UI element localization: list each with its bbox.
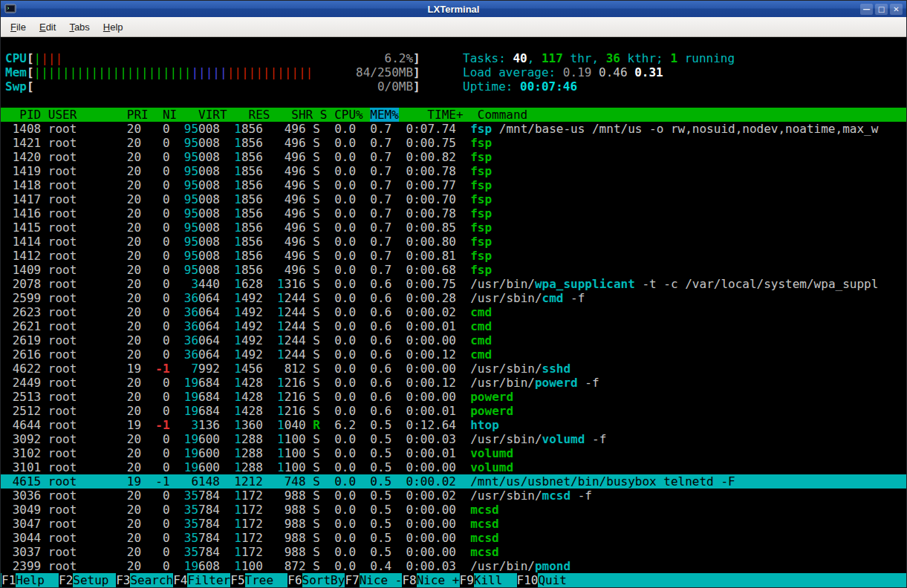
- close-button[interactable]: ✕: [890, 4, 903, 15]
- process-row-3044[interactable]: 3044 root 20 0 35784 1172 988 S 0.0 0.5 …: [1, 531, 906, 545]
- priority-cell: 19: [120, 418, 149, 432]
- process-row-3092[interactable]: 3092 root 20 0 19600 1288 1100 S 0.0 0.5…: [1, 432, 906, 446]
- maximize-button[interactable]: □: [875, 4, 888, 15]
- process-row-2078[interactable]: 2078 root 20 0 3440 1628 1316 S 0.0 0.6 …: [1, 277, 906, 291]
- lxterminal-window: LXTerminal —□✕ FileEditTabsHelp CPU[||||…: [0, 0, 907, 588]
- process-row-2619[interactable]: 2619 root 20 0 36064 1492 1244 S 0.0 0.6…: [1, 333, 906, 347]
- column-header-time[interactable]: TIME+: [406, 108, 477, 122]
- menu-edit[interactable]: Edit: [33, 19, 62, 36]
- process-row-1415[interactable]: 1415 root 20 0 95008 1856 496 S 0.0 0.7 …: [1, 220, 906, 235]
- process-row-1408[interactable]: 1408 root 20 0 95008 1856 496 S 0.0 0.7 …: [1, 122, 906, 136]
- fkey-f9-kill[interactable]: F9Kill: [460, 573, 517, 587]
- column-header-mem[interactable]: MEM%: [370, 108, 399, 122]
- process-row-2399[interactable]: 2399 root 20 0 19608 1100 872 S 0.0 0.4 …: [1, 559, 906, 573]
- process-row-2599[interactable]: 2599 root 20 0 36064 1492 1244 S 0.0 0.6…: [1, 291, 906, 305]
- fkey-f5-tree[interactable]: F5Tree: [230, 573, 287, 587]
- time-cell: 0:00.02: [399, 305, 470, 319]
- shr-cell: 1216: [270, 376, 313, 390]
- time-cell: 0:00.00: [399, 362, 470, 376]
- pid-cell: 2623: [5, 305, 48, 319]
- res-cell: 1492: [227, 347, 270, 362]
- fkey-f6-sortby[interactable]: F6SortBy: [287, 573, 345, 587]
- process-row-2513[interactable]: 2513 root 20 0 19684 1428 1216 S 0.0 0.6…: [1, 390, 906, 404]
- pid-cell: 1409: [5, 263, 48, 277]
- load-15min: 0.31: [634, 65, 663, 79]
- column-header-ni[interactable]: NI: [155, 108, 184, 122]
- process-row-1420[interactable]: 1420 root 20 0 95008 1856 496 S 0.0 0.7 …: [1, 150, 906, 164]
- process-row-2621[interactable]: 2621 root 20 0 36064 1492 1244 S 0.0 0.6…: [1, 319, 906, 333]
- mem-cell: 0.7: [363, 136, 399, 150]
- shr-cell: 1100: [270, 460, 313, 474]
- process-row-3101[interactable]: 3101 root 20 0 19600 1288 1100 S 0.0 0.5…: [1, 460, 906, 474]
- fkey-f4-filter[interactable]: F4Filter: [173, 573, 230, 587]
- res-cell: 1856: [227, 122, 270, 136]
- res-cell: 1288: [227, 460, 270, 474]
- process-row-2449[interactable]: 2449 root 20 0 19684 1428 1216 S 0.0 0.6…: [1, 376, 906, 390]
- process-row-2623[interactable]: 2623 root 20 0 36064 1492 1244 S 0.0 0.6…: [1, 305, 906, 319]
- process-row-4622[interactable]: 4622 root 19 -1 7992 1456 812 S 0.0 0.6 …: [1, 362, 906, 376]
- command-cell: volumd: [470, 446, 513, 460]
- virt-cell: 36064: [177, 319, 227, 333]
- process-row-3049[interactable]: 3049 root 20 0 35784 1172 988 S 0.0 0.5 …: [1, 503, 906, 517]
- process-row-3102[interactable]: 3102 root 20 0 19600 1288 1100 S 0.0 0.5…: [1, 446, 906, 460]
- column-header-user[interactable]: USER: [48, 108, 127, 122]
- process-row-4644[interactable]: 4644 root 19 -1 3136 1360 1040 R 6.2 0.5…: [1, 418, 906, 432]
- mem-cell: 0.7: [363, 235, 399, 249]
- state-cell: S: [313, 376, 327, 390]
- terminal-screen[interactable]: CPU[|||| 6.2%]Mem[||||||||||||||||||||||…: [1, 37, 906, 587]
- column-header-shr[interactable]: SHR: [277, 108, 320, 122]
- shr-cell: 988: [270, 545, 313, 559]
- column-header-cpu[interactable]: CPU%: [334, 108, 370, 122]
- priority-cell: 19: [120, 474, 149, 489]
- menu-tabs[interactable]: Tabs: [62, 19, 96, 36]
- process-row-1414[interactable]: 1414 root 20 0 95008 1856 496 S 0.0 0.7 …: [1, 235, 906, 249]
- minimize-button[interactable]: —: [860, 4, 873, 15]
- cpu-cell: 0.0: [328, 263, 363, 277]
- process-row-2616[interactable]: 2616 root 20 0 36064 1492 1244 S 0.0 0.6…: [1, 347, 906, 362]
- command-cell: fsp: [470, 150, 492, 164]
- priority-cell: 20: [120, 333, 149, 347]
- process-row-1412[interactable]: 1412 root 20 0 95008 1856 496 S 0.0 0.7 …: [1, 249, 906, 263]
- fkey-f10-quit[interactable]: F10Quit: [517, 573, 582, 587]
- process-row-1409[interactable]: 1409 root 20 0 95008 1856 496 S 0.0 0.7 …: [1, 263, 906, 277]
- process-row-1419[interactable]: 1419 root 20 0 95008 1856 496 S 0.0 0.7 …: [1, 164, 906, 178]
- column-header-pid[interactable]: PID: [5, 108, 48, 122]
- mem-cell: 0.6: [363, 347, 399, 362]
- mem-cell: 0.6: [363, 362, 399, 376]
- process-row-4615[interactable]: 4615 root 19 -1 6148 1212 748 S 0.0 0.5 …: [1, 474, 906, 489]
- mem-cell: 0.7: [363, 249, 399, 263]
- pid-cell: 1414: [5, 235, 48, 249]
- column-header-pri[interactable]: PRI: [127, 108, 156, 122]
- fkey-f1-help[interactable]: F1Help: [1, 573, 59, 587]
- state-cell: S: [313, 460, 327, 474]
- process-row-1418[interactable]: 1418 root 20 0 95008 1856 496 S 0.0 0.7 …: [1, 178, 906, 192]
- fkey-f7-nice[interactable]: F7Nice -: [345, 573, 402, 587]
- menu-file[interactable]: File: [4, 19, 33, 36]
- user-cell: root: [48, 136, 120, 150]
- cpu-cell: 0.0: [328, 432, 363, 446]
- process-row-1421[interactable]: 1421 root 20 0 95008 1856 496 S 0.0 0.7 …: [1, 136, 906, 150]
- process-row-3047[interactable]: 3047 root 20 0 35784 1172 988 S 0.0 0.5 …: [1, 517, 906, 531]
- shr-cell: 988: [270, 489, 313, 503]
- menu-help[interactable]: Help: [97, 19, 130, 36]
- window-controls: —□✕: [860, 4, 903, 15]
- process-row-1416[interactable]: 1416 root 20 0 95008 1856 496 S 0.0 0.7 …: [1, 206, 906, 220]
- priority-cell: 20: [120, 347, 149, 362]
- column-header-virt[interactable]: VIRT: [184, 108, 234, 122]
- process-row-3036[interactable]: 3036 root 20 0 35784 1172 988 S 0.0 0.5 …: [1, 489, 906, 503]
- process-row-2512[interactable]: 2512 root 20 0 19684 1428 1216 S 0.0 0.6…: [1, 404, 906, 418]
- virt-cell: 35784: [177, 545, 227, 559]
- nice-cell: 0: [149, 206, 178, 220]
- column-header-s[interactable]: S: [320, 108, 334, 122]
- fkey-f8-nice[interactable]: F8Nice +: [402, 573, 459, 587]
- nice-cell: 0: [149, 235, 178, 249]
- process-row-3037[interactable]: 3037 root 20 0 35784 1172 988 S 0.0 0.5 …: [1, 545, 906, 559]
- shr-cell: 496: [270, 220, 313, 235]
- column-header-command[interactable]: Command: [478, 108, 527, 122]
- cpu-cell: 0.0: [328, 333, 363, 347]
- fkey-f2-setup[interactable]: F2Setup: [59, 573, 116, 587]
- process-row-1417[interactable]: 1417 root 20 0 95008 1856 496 S 0.0 0.7 …: [1, 192, 906, 206]
- fkey-f3-search[interactable]: F3Search: [116, 573, 173, 587]
- titlebar[interactable]: LXTerminal —□✕: [1, 1, 906, 17]
- column-header-res[interactable]: RES: [234, 108, 277, 122]
